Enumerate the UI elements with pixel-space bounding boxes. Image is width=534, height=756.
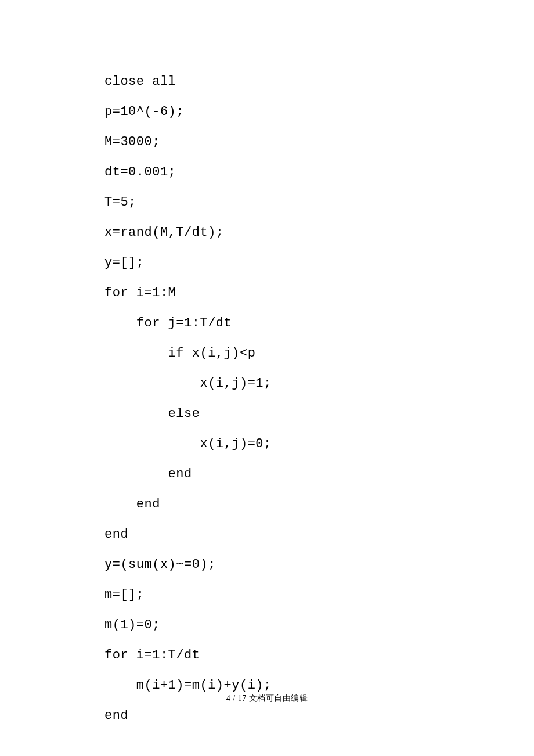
document-page: close all p=10^(-6); M=3000; dt=0.001; T… [0,0,534,756]
footer-note: 文档可自由编辑 [249,694,308,703]
page-number: 4 / 17 [226,694,247,703]
code-block: close all p=10^(-6); M=3000; dt=0.001; T… [104,67,459,731]
page-footer: 4 / 17 文档可自由编辑 [0,693,534,704]
